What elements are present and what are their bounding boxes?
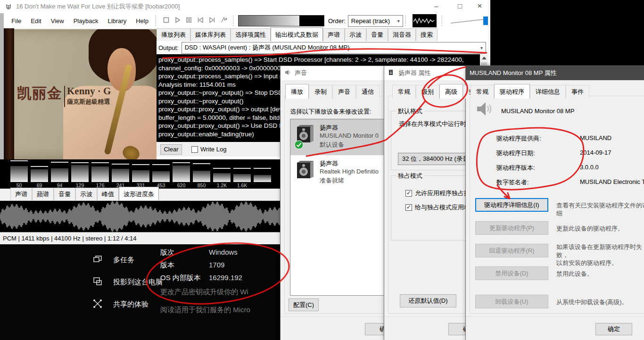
foobar-logo-icon — [5, 3, 12, 10]
sound-tab-0[interactable]: 播放 — [285, 84, 309, 99]
tab-4[interactable]: 声谱 — [323, 28, 345, 41]
tab-6[interactable]: 音量 — [366, 28, 388, 41]
close-icon[interactable]: × — [469, 0, 490, 13]
spectrum-bar — [152, 171, 170, 182]
about-row-value: 16299.192 — [209, 274, 242, 282]
tab-8[interactable]: 搜索 — [416, 28, 438, 41]
spectrum-peak — [71, 162, 89, 163]
musiland-tab-1[interactable]: 驱动程序 — [494, 84, 530, 99]
settings-link[interactable]: 阅读适用于我们服务的 Micro — [160, 306, 250, 315]
sidebar-item-label: 多任务 — [113, 256, 134, 265]
pause-icon[interactable] — [185, 17, 192, 25]
sound-tab-3[interactable]: 通信 — [356, 85, 380, 99]
props-tab-1[interactable]: 级别 — [416, 85, 439, 99]
spectrum-peak — [254, 168, 271, 169]
tab-3[interactable]: 输出模式及数据 — [271, 27, 323, 41]
speaker-icon — [284, 69, 291, 78]
random-icon[interactable] — [220, 16, 228, 25]
maximize-icon[interactable]: □ — [449, 0, 471, 13]
about-row-label: OS 内部版本 — [160, 274, 201, 282]
clear-button[interactable]: Clear — [160, 144, 182, 155]
spectrum-peak — [51, 162, 68, 163]
props-tab-0[interactable]: 常规 — [392, 85, 416, 99]
spectrum-bar — [173, 166, 190, 182]
about-row-value: 1709 — [209, 261, 224, 269]
spectrum-bar — [112, 169, 129, 182]
minimize-icon[interactable]: – — [426, 0, 447, 13]
settings-link[interactable]: 更改产品密钥或升级你的 Wi — [160, 288, 248, 297]
scroll-up-icon[interactable] — [482, 57, 487, 59]
vis-tab-1[interactable]: 蘋谱 — [32, 188, 54, 200]
musiland-ok-button[interactable]: 确定 — [595, 323, 632, 335]
sidebar-item-multitask[interactable]: 多任务 — [71, 252, 300, 268]
musiland-tab-2[interactable]: 详细信息 — [530, 85, 566, 99]
next-icon[interactable] — [208, 17, 216, 25]
driver-row-value: MUSILAND — [580, 134, 611, 141]
seekbar[interactable] — [238, 15, 324, 26]
tab-5[interactable]: 示波 — [345, 28, 366, 41]
checkbox-checked-icon[interactable]: ✓ — [405, 190, 412, 197]
props-tab-2[interactable]: 高级 — [439, 84, 463, 99]
oscilloscope-icon[interactable] — [413, 14, 437, 27]
previous-icon[interactable] — [197, 17, 204, 25]
musiland-tabs: 常规驱动程序详细信息事件 — [471, 84, 589, 99]
default-format-legend: 默认格式 — [396, 107, 424, 116]
sound-instruction: 选择以下播放设备来修改设置: — [290, 108, 372, 116]
tab-7[interactable]: 混音器 — [388, 28, 416, 41]
tab-2[interactable]: 选择项属性 — [231, 28, 271, 41]
menu-file[interactable]: File — [7, 17, 26, 25]
spectrum-peak — [213, 168, 231, 169]
device-name: 扬声器 — [320, 159, 338, 168]
driver-row-value: 2014-09-17 — [580, 149, 611, 156]
status-bar: PCM | 1411 kbps | 44100 Hz | stereo | 1:… — [0, 232, 281, 244]
order-select[interactable]: Repeat (track) ▾ — [348, 15, 403, 27]
write-log-checkbox[interactable] — [191, 146, 198, 153]
checkbox-checked-icon[interactable]: ✓ — [405, 204, 412, 211]
vis-tab-5[interactable]: 波形进度条 — [119, 187, 159, 200]
stop-icon[interactable] — [163, 17, 170, 25]
rollback-driver-button: 回退驱动程序(R) — [475, 244, 548, 257]
album-artist-en: Kenny · G 薩克斯超級精選 — [64, 86, 111, 107]
menu-playback[interactable]: Playback — [69, 17, 103, 25]
exclusive-mode-legend: 独占模式 — [396, 172, 424, 180]
order-value: Repeat (track) — [351, 17, 390, 25]
album-title-block: 凯丽金 Kenny · G 薩克斯超級精選 — [17, 86, 111, 107]
spectrum-bar — [193, 171, 210, 182]
driver-action-description: 禁用此设备。 — [556, 270, 593, 278]
vis-tab-0[interactable]: 声谱 — [10, 188, 32, 200]
write-log-label: Write Log — [200, 146, 226, 153]
configure-button[interactable]: 配置(C) — [289, 299, 319, 311]
tab-0[interactable]: 播放列表 — [157, 28, 190, 41]
spectrum-analyzer: 5069941291762413314536208501.2K1.6K — [0, 159, 281, 189]
vis-tab-3[interactable]: 示波 — [75, 188, 97, 200]
spectrum-peak — [193, 163, 210, 164]
multitask-icon — [92, 254, 103, 266]
about-row-label: 版本 — [160, 261, 174, 270]
write-log-option[interactable]: Write Log — [191, 146, 226, 153]
volume-slider[interactable] — [450, 15, 490, 26]
output-device-select[interactable]: DSD : WASAPI (event) : 扬声器 (MUSILAND Mon… — [182, 42, 486, 54]
vis-tab-2[interactable]: 音量 — [54, 188, 75, 200]
menu-help[interactable]: Help — [131, 17, 153, 25]
waveform-seekbar[interactable] — [0, 201, 281, 232]
menu-library[interactable]: Library — [103, 17, 131, 25]
spectrum-peak — [10, 160, 28, 161]
spectrum-bar — [254, 175, 271, 182]
menu-edit[interactable]: Edit — [26, 17, 46, 25]
output-row: Output: DSD : WASAPI (event) : 扬声器 (MUSI… — [157, 41, 488, 54]
sidebar-item-label: 投影到这台电脑 — [113, 278, 163, 287]
device-speaker-icon — [475, 100, 493, 120]
sound-tab-2[interactable]: 声音 — [332, 85, 356, 99]
play-icon[interactable] — [174, 17, 181, 25]
album-artist-en-text: Kenny · G — [67, 85, 111, 97]
musiland-tab-3[interactable]: 事件 — [566, 85, 589, 99]
musiland-tab-0[interactable]: 常规 — [471, 85, 494, 99]
spectrum-bar — [132, 170, 149, 182]
driver-action-description: 如果该设备在更新驱动程序时失败， 以前安装的驱动程序。 — [556, 243, 644, 267]
driver-details-button[interactable]: 驱动程序详细信息(I) — [475, 198, 548, 212]
restore-defaults-button[interactable]: 还原默认值(D) — [400, 294, 456, 307]
menu-view[interactable]: View — [46, 17, 69, 25]
tab-1[interactable]: 媒体库列表 — [190, 28, 231, 41]
vis-tab-4[interactable]: 峰值 — [97, 188, 119, 200]
sound-tab-1[interactable]: 录制 — [309, 85, 332, 99]
